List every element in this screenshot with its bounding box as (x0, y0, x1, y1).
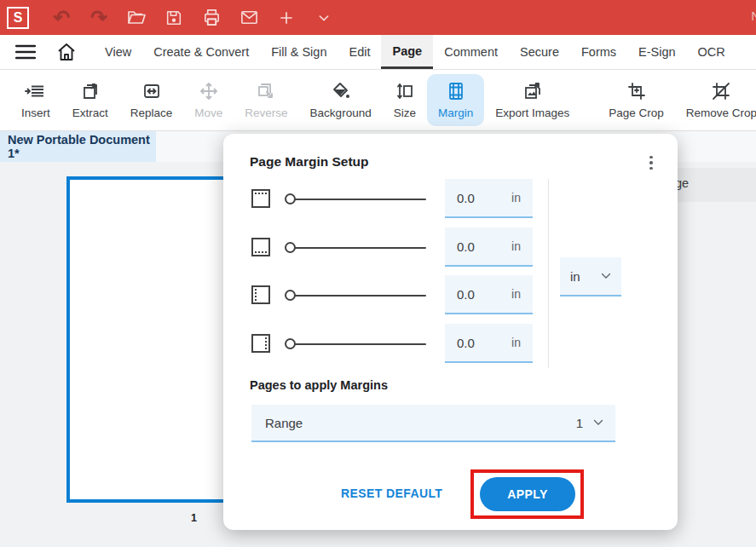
margin-bottom-value-field[interactable]: 0.0 in (445, 227, 533, 267)
menu-esign[interactable]: E-Sign (627, 35, 687, 69)
margin-top-value-field[interactable]: 0.0 in (445, 179, 533, 218)
undo-icon[interactable]: ↶ (51, 8, 72, 28)
margin-top-slider[interactable] (285, 193, 426, 205)
tool-page-crop[interactable]: Page Crop (597, 74, 675, 126)
tool-replace[interactable]: Replace (119, 74, 184, 126)
reverse-icon (256, 81, 276, 101)
replace-icon (141, 81, 162, 101)
range-dropdown-value: 1 (576, 416, 583, 430)
menu-edit[interactable]: Edit (338, 35, 381, 69)
margin-left-slider[interactable] (285, 290, 426, 302)
document-tab-title: New Portable Document 1* (8, 133, 156, 160)
page-crop-icon (626, 81, 647, 101)
add-icon[interactable] (276, 8, 297, 28)
menu-comment[interactable]: Comment (433, 35, 509, 69)
menu-forms[interactable]: Forms (570, 35, 627, 69)
margin-unit-label: in (511, 191, 521, 204)
insert-icon (25, 81, 47, 101)
slider-handle[interactable] (285, 242, 296, 253)
menu-fill-sign[interactable]: Fill & Sign (260, 35, 338, 69)
document-tab[interactable]: New Portable Document 1* (0, 131, 156, 162)
menu-secure[interactable]: Secure (509, 35, 570, 69)
app-window: S ↶ ↷ N (0, 0, 756, 547)
margin-left-value-field[interactable]: 0.0 in (445, 275, 533, 314)
chevron-down-icon[interactable] (314, 8, 334, 28)
tool-label: Move (194, 107, 222, 119)
chevron-down-icon (593, 419, 603, 426)
title-bar: S ↶ ↷ N (0, 0, 756, 35)
margin-right-slider[interactable] (285, 338, 426, 350)
margin-bottom-icon (251, 238, 270, 256)
menu-page[interactable]: Page (381, 35, 433, 69)
unit-dropdown[interactable]: in (560, 257, 621, 297)
tool-size[interactable]: Size (383, 74, 427, 126)
slider-handle[interactable] (285, 290, 296, 301)
tool-label: Size (394, 107, 416, 119)
move-icon (199, 81, 219, 101)
menu-bar: View Create & Convert Fill & Sign Edit P… (0, 35, 756, 70)
tool-margin[interactable]: Margin (427, 74, 484, 126)
tool-label: Export Images (495, 107, 569, 119)
print-icon[interactable] (201, 8, 222, 28)
chevron-down-icon (601, 273, 611, 279)
margin-value[interactable]: 0.0 (457, 287, 475, 302)
tool-background[interactable]: Background (299, 74, 383, 126)
tool-label: Insert (21, 107, 50, 119)
margin-value[interactable]: 0.0 (457, 191, 475, 205)
menu-ocr[interactable]: OCR (687, 35, 736, 69)
margin-top-icon (251, 189, 270, 208)
slider-handle[interactable] (285, 338, 296, 349)
tool-label: Extract (72, 107, 108, 119)
dialog-vertical-divider (548, 179, 549, 368)
tool-extract[interactable]: Extract (61, 74, 119, 126)
tool-insert[interactable]: Insert (10, 74, 61, 126)
margin-bottom-slider[interactable] (285, 242, 426, 254)
menu-create-convert[interactable]: Create & Convert (142, 35, 260, 69)
range-dropdown[interactable]: Range 1 (251, 405, 615, 442)
slider-handle[interactable] (285, 193, 296, 204)
apply-button[interactable]: APPLY (480, 477, 575, 511)
size-icon (395, 81, 415, 101)
tool-label: Reverse (245, 107, 287, 119)
page-margin-setup-dialog: Page Margin Setup 0.0 in 0.0 in 0.0 in 0… (223, 134, 678, 530)
app-logo-letter: S (14, 10, 23, 26)
menu-items: View Create & Convert Fill & Sign Edit P… (94, 35, 736, 69)
home-icon[interactable] (56, 35, 77, 69)
tool-move: Move (183, 74, 234, 126)
tool-label: Remove Crop (686, 107, 756, 119)
margin-right-value-field[interactable]: 0.0 in (445, 324, 533, 363)
margin-value[interactable]: 0.0 (457, 239, 475, 254)
redo-icon[interactable]: ↷ (89, 8, 109, 28)
open-folder-icon[interactable] (126, 8, 147, 28)
app-logo[interactable]: S (7, 7, 29, 29)
export-images-icon (522, 81, 543, 101)
margin-value[interactable]: 0.0 (457, 336, 475, 350)
dialog-title: Page Margin Setup (250, 154, 369, 170)
page-toolbar: Insert Extract Replace Move Reverse Back… (0, 70, 756, 131)
tool-label: Background (310, 107, 372, 119)
background-icon (331, 81, 351, 101)
tool-label: Replace (130, 107, 173, 119)
margin-unit-label: in (511, 287, 521, 301)
mail-icon[interactable] (239, 8, 259, 28)
tool-export-images[interactable]: Export Images (484, 74, 580, 126)
kebab-menu-icon[interactable] (643, 154, 659, 171)
margin-unit-label: in (511, 239, 521, 253)
extract-icon (80, 81, 101, 101)
hamburger-menu-icon[interactable] (15, 35, 38, 69)
tool-reverse: Reverse (234, 74, 298, 126)
margin-unit-label: in (511, 336, 521, 349)
range-dropdown-label: Range (265, 416, 576, 430)
tool-remove-crop[interactable]: Remove Crop (675, 74, 756, 126)
window-hint-text: N (751, 9, 756, 23)
pages-to-apply-label: Pages to apply Margins (250, 378, 388, 392)
reset-default-button[interactable]: RESET DEFAULT (341, 487, 442, 500)
tool-label: Page Crop (609, 107, 664, 119)
margin-right-icon (251, 334, 270, 353)
page-number-label: 1 (191, 512, 197, 524)
tool-label: Margin (438, 107, 473, 119)
remove-crop-icon (711, 81, 731, 101)
menu-view[interactable]: View (94, 35, 142, 69)
margin-left-icon (251, 285, 270, 304)
save-icon[interactable] (164, 8, 184, 28)
